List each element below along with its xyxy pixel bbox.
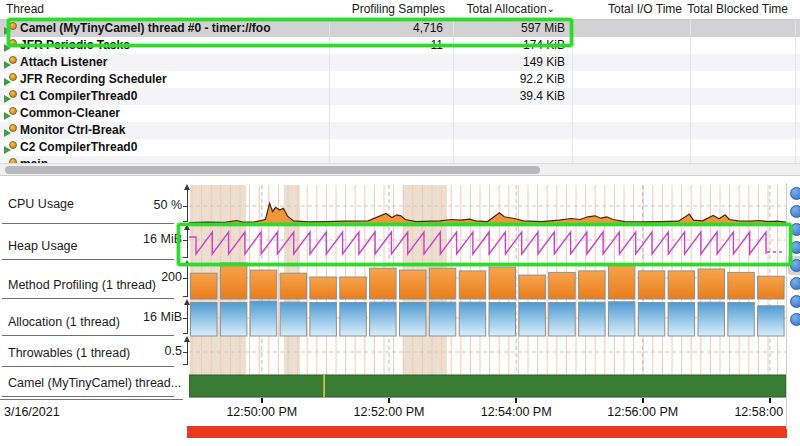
thread-name: Attach Listener [20, 54, 107, 71]
method-profiling-bar [489, 267, 516, 299]
column-divider [453, 19, 454, 163]
thread-icon [4, 56, 17, 69]
column-header-thread[interactable]: Thread [6, 2, 44, 16]
horizontal-scrollbar[interactable] [0, 163, 800, 176]
table-row[interactable]: Attach Listener149 KiB [0, 54, 800, 71]
method-profiling-bar [549, 272, 576, 299]
column-divider [690, 19, 691, 163]
method-profiling-bar [459, 271, 486, 299]
track-label-cpu-usage: CPU Usage [8, 197, 74, 211]
track-axis [187, 188, 188, 222]
column-header-total-io-time[interactable]: Total I/O Time [572, 2, 682, 16]
sort-desc-icon: ⌄ [547, 3, 555, 14]
track-separator [2, 335, 174, 336]
axis-tick [183, 352, 188, 353]
thread-icon [4, 141, 17, 154]
thread-ball-icon [9, 39, 17, 47]
thread-icon [4, 107, 17, 120]
allocation-bar [191, 303, 218, 337]
allocation-bar [250, 301, 277, 336]
table-row[interactable]: C2 CompilerThread0 [0, 139, 800, 156]
thread-table-header: Thread Profiling Samples Total Allocatio… [0, 0, 800, 20]
blue-dot-button[interactable] [790, 313, 800, 326]
time-axis-tick [261, 398, 263, 403]
recording-progress-bar [187, 426, 787, 438]
thread-name: C1 CompilerThread0 [20, 88, 137, 105]
axis-arrow-icon [184, 260, 190, 266]
track-axis [187, 228, 188, 258]
thread-ball-icon [9, 107, 17, 115]
axis-arrow-icon [184, 299, 190, 305]
axis-tick [183, 240, 188, 241]
blue-dot-button[interactable] [790, 277, 800, 290]
time-axis-label: 12:56:00 PM [588, 405, 698, 419]
allocation-bar [608, 302, 635, 336]
profiling-samples-value: 4,716 [331, 20, 443, 37]
method-profiling-bar [191, 273, 218, 299]
time-axis-tick [769, 398, 771, 403]
time-axis-tick [515, 398, 517, 403]
blue-dot-button[interactable] [790, 223, 800, 236]
method-profiling-bar [638, 271, 665, 299]
table-row[interactable]: Common-Cleaner [0, 105, 800, 122]
thread-icon [4, 39, 17, 52]
column-header-profiling-samples[interactable]: Profiling Samples [333, 2, 445, 16]
allocation-bar [310, 303, 337, 337]
allocation-bar [579, 302, 606, 336]
method-profiling-bar [668, 271, 695, 299]
method-profiling-bar [400, 270, 427, 299]
state-marker [323, 375, 325, 397]
thread-icon [4, 90, 17, 103]
table-row[interactable]: Monitor Ctrl-Break [0, 122, 800, 139]
blue-dot-button[interactable] [790, 295, 800, 308]
table-row[interactable]: Camel (MyTinyCamel) thread #0 - timer://… [0, 20, 800, 37]
allocation-bar [698, 302, 725, 336]
thread-ball-icon [9, 73, 17, 81]
track-separator [2, 223, 174, 224]
allocation-bar [280, 302, 307, 336]
track-tick-label: 50 % [90, 198, 182, 212]
thread-ball-icon [9, 22, 17, 30]
blue-dot-button[interactable] [790, 205, 800, 218]
axis-tick [183, 278, 188, 279]
table-row[interactable]: JFR Periodic Tasks11174 KiB [0, 37, 800, 54]
column-header-total-allocation[interactable]: Total Allocation⌄ [455, 2, 555, 16]
method-profiling-bar [579, 271, 606, 299]
thread-table-body: Camel (MyTinyCamel) thread #0 - timer://… [0, 20, 800, 163]
profiling-samples-value: 11 [331, 37, 443, 54]
axis-tick [183, 257, 188, 258]
track-label-camel-thread-state: Camel (MyTinyCamel) thread... [8, 376, 181, 390]
axis-arrow-icon [184, 184, 190, 190]
allocation-bar [400, 303, 427, 337]
time-axis-tick [388, 398, 390, 403]
method-profiling-bar [310, 277, 337, 299]
method-profiling-bar [728, 272, 755, 299]
total-allocation-value: 92.2 KiB [455, 71, 565, 88]
track-separator [2, 396, 174, 397]
method-profiling-bar [758, 276, 785, 299]
thread-icon [4, 22, 17, 35]
column-header-total-blocked-time[interactable]: Total Blocked Time [680, 2, 788, 16]
method-profiling-bar [608, 264, 635, 299]
allocation-bar [489, 303, 516, 337]
column-divider [572, 19, 573, 163]
profiler-window: Thread Profiling Samples Total Allocatio… [0, 0, 800, 446]
thread-icon [4, 73, 17, 86]
blue-dot-button[interactable] [790, 241, 800, 254]
axis-arrow-icon [184, 224, 190, 230]
axis-tick [183, 296, 188, 297]
allocation-bar [758, 306, 785, 336]
allocation-bar [519, 303, 546, 337]
allocation-bar [638, 303, 665, 337]
column-divider [329, 19, 330, 163]
table-row[interactable]: C1 CompilerThread039.4 KiB [0, 88, 800, 105]
axis-arrow-icon [184, 336, 190, 342]
allocation-bar [340, 303, 367, 337]
scrollbar-thumb[interactable] [5, 166, 540, 174]
table-row[interactable]: JFR Recording Scheduler92.2 KiB [0, 71, 800, 88]
time-axis-tick [642, 398, 644, 403]
blue-dot-button[interactable] [790, 259, 800, 272]
timeline-chart-area[interactable] [189, 185, 786, 398]
table-row[interactable]: main [0, 156, 800, 163]
blue-dot-button[interactable] [790, 187, 800, 200]
